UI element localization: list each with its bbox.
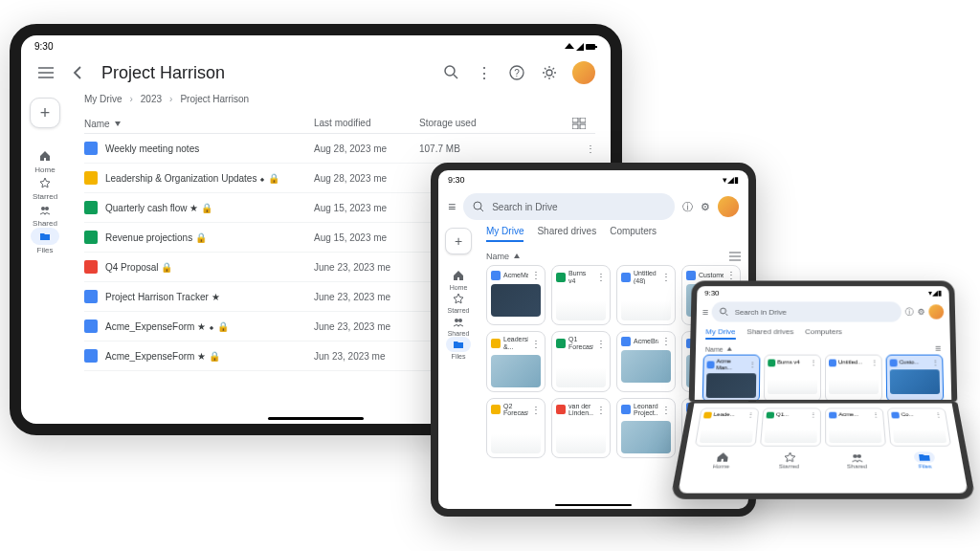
more-icon[interactable]: ⋮ xyxy=(531,270,541,280)
search-input[interactable]: Search in Drive xyxy=(463,193,675,220)
file-preview xyxy=(621,350,671,383)
more-icon[interactable]: ⋮ xyxy=(746,411,755,419)
menu-icon[interactable]: ≡ xyxy=(702,306,709,318)
file-card[interactable]: van der Linden...⋮ xyxy=(551,398,611,458)
view-list-icon[interactable]: ☰ xyxy=(935,345,941,353)
arrow-up-icon xyxy=(725,345,732,352)
sidebar-item-shared[interactable]: Shared xyxy=(31,201,59,228)
tab-my-drive[interactable]: My Drive xyxy=(486,226,523,242)
svg-point-16 xyxy=(853,454,857,458)
more-icon[interactable]: ⋮ xyxy=(934,411,943,419)
sidebar-item-starred[interactable]: Starred xyxy=(31,174,59,201)
more-icon[interactable]: ⋮ xyxy=(810,359,817,367)
sidebar-item-files[interactable]: Files xyxy=(31,228,59,254)
file-name: Project Harrison Tracker ★ xyxy=(105,292,220,302)
nav-label: Starred xyxy=(779,464,800,470)
more-icon[interactable]: ⋮ xyxy=(596,405,606,415)
file-card[interactable]: Leadership &...⋮ xyxy=(486,331,546,391)
more-icon[interactable]: ⋮ xyxy=(531,405,541,415)
add-button[interactable]: + xyxy=(445,228,472,254)
table-row[interactable]: Weekly meeting notesAug 28, 2023 me107.7… xyxy=(84,134,595,164)
file-card[interactable]: Untitled (48)⋮ xyxy=(616,265,676,325)
file-card[interactable]: Acme...⋮ xyxy=(825,408,886,446)
gear-icon[interactable] xyxy=(540,63,559,82)
sidebar-item-files[interactable]: Files xyxy=(446,337,471,360)
add-button[interactable]: + xyxy=(30,98,60,128)
file-card[interactable]: Leade...⋮ xyxy=(695,408,760,446)
view-toggle-icon[interactable] xyxy=(572,118,595,129)
file-card[interactable]: Q2 Forecast...⋮ xyxy=(486,398,546,458)
col-name[interactable]: Name xyxy=(84,118,314,129)
file-card[interactable]: Leonardi Project...⋮ xyxy=(616,398,676,458)
more-icon[interactable]: ⋮ xyxy=(661,272,671,282)
more-icon[interactable]: ⋮ xyxy=(872,411,880,419)
file-card[interactable]: Q1...⋮ xyxy=(760,408,821,446)
file-card[interactable]: Acme Man...⋮ xyxy=(702,355,761,402)
more-icon[interactable]: ⋮ xyxy=(661,405,671,415)
gear-icon[interactable]: ⚙ xyxy=(701,201,710,213)
more-icon[interactable]: ⋮ xyxy=(596,339,606,349)
more-icon[interactable]: ⋮ xyxy=(726,270,736,280)
avatar[interactable] xyxy=(928,304,944,319)
menu-icon[interactable]: ≡ xyxy=(448,199,456,214)
file-card[interactable]: AcmeManufacturi...⋮ xyxy=(486,265,546,325)
file-name: AcmeBranding_20... xyxy=(634,338,658,345)
more-icon[interactable]: ⋮ xyxy=(596,272,606,282)
shared-icon xyxy=(446,314,471,329)
more-icon[interactable]: ⋮ xyxy=(748,361,756,369)
bottomnav-item-shared[interactable]: Shared xyxy=(846,452,868,469)
file-card[interactable]: Burns v4⋮ xyxy=(551,265,611,325)
more-icon[interactable]: ⋮ xyxy=(661,336,671,346)
col-storage[interactable]: Storage used xyxy=(419,118,572,129)
svg-rect-11 xyxy=(580,124,586,129)
breadcrumb-item[interactable]: 2023 xyxy=(141,94,162,104)
file-card[interactable]: Co...⋮ xyxy=(887,408,952,446)
more-icon[interactable]: ⋮ xyxy=(572,143,595,154)
sidebar-item-home[interactable]: Home xyxy=(446,268,471,291)
col-modified[interactable]: Last modified xyxy=(314,118,419,129)
bottomnav-item-files[interactable]: Files xyxy=(913,452,936,469)
menu-icon[interactable] xyxy=(36,63,56,82)
gear-icon[interactable]: ⚙ xyxy=(917,307,924,317)
file-card[interactable]: AcmeBranding_20...⋮ xyxy=(616,331,676,391)
bottomnav-item-home[interactable]: Home xyxy=(710,452,733,469)
avatar[interactable] xyxy=(572,61,595,84)
file-name: Custo... xyxy=(900,360,930,365)
more-icon[interactable]: ⋮ xyxy=(871,359,879,367)
file-card[interactable]: Burns v4⋮ xyxy=(764,355,821,402)
chevron-right-icon: › xyxy=(169,94,172,104)
search-icon[interactable] xyxy=(442,63,461,82)
folder-icon xyxy=(31,228,59,245)
help-icon[interactable]: ⓘ xyxy=(682,200,693,214)
docs-icon xyxy=(891,411,900,418)
search-input[interactable]: Search in Drive xyxy=(712,301,902,321)
help-icon[interactable]: ? xyxy=(507,63,526,82)
view-list-icon[interactable] xyxy=(729,252,741,261)
more-icon[interactable]: ⋮ xyxy=(810,411,817,419)
more-icon[interactable]: ⋮ xyxy=(475,63,494,82)
sidebar-item-starred[interactable]: Starred xyxy=(446,291,471,314)
bottom-nav: HomeStarredSharedFiles xyxy=(681,447,965,475)
more-icon[interactable]: ⋮ xyxy=(531,339,541,349)
breadcrumb-item[interactable]: Project Harrison xyxy=(180,94,249,104)
sidebar-item-shared[interactable]: Shared xyxy=(446,314,471,337)
avatar[interactable] xyxy=(718,196,739,217)
tab-my-drive[interactable]: My Drive xyxy=(705,327,735,340)
back-icon[interactable] xyxy=(69,63,88,82)
home-indicator[interactable] xyxy=(268,417,364,420)
tab-shared-drives[interactable]: Shared drives xyxy=(537,226,596,242)
file-card[interactable]: Untitled...⋮ xyxy=(825,355,882,402)
bottomnav-item-starred[interactable]: Starred xyxy=(778,452,800,469)
tab-computers[interactable]: Computers xyxy=(610,226,657,242)
file-card[interactable]: Q1 Forecast...⋮ xyxy=(551,331,611,391)
help-icon[interactable]: ⓘ xyxy=(905,306,914,319)
sort-control[interactable]: Name ☰ xyxy=(696,343,950,355)
sidebar-item-home[interactable]: Home xyxy=(31,147,59,174)
more-icon[interactable]: ⋮ xyxy=(931,359,939,367)
tab-computers[interactable]: Computers xyxy=(805,327,842,340)
home-indicator[interactable] xyxy=(555,504,632,506)
tab-shared-drives[interactable]: Shared drives xyxy=(746,327,793,340)
sort-control[interactable]: Name xyxy=(486,248,741,265)
breadcrumb-item[interactable]: My Drive xyxy=(84,94,122,104)
file-card[interactable]: Custo...⋮ xyxy=(886,355,945,402)
